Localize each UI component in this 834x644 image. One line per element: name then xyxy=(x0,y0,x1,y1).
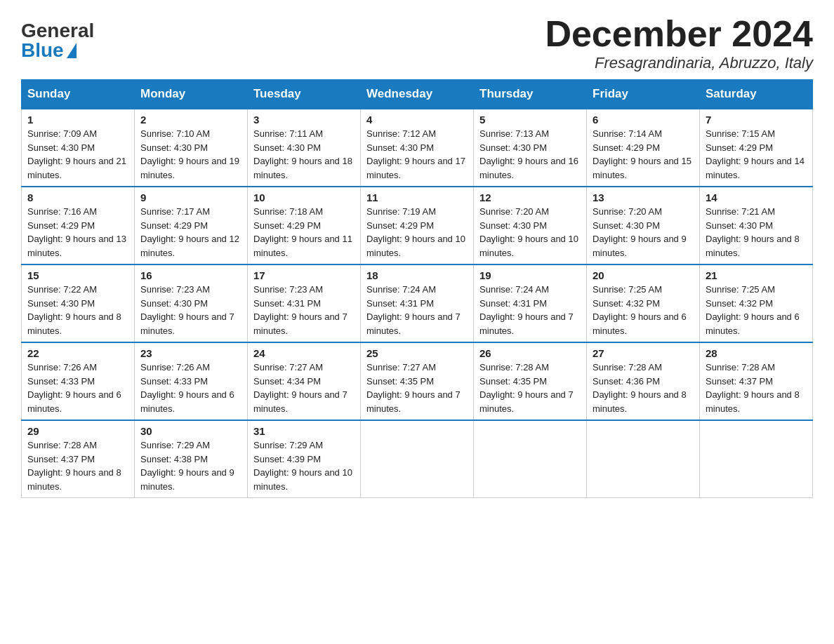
page-header: General Blue December 2024 Fresagrandina… xyxy=(21,14,813,72)
day-info: Sunrise: 7:28 AMSunset: 4:36 PMDaylight:… xyxy=(593,362,687,414)
day-number: 27 xyxy=(593,347,694,359)
day-info: Sunrise: 7:17 AMSunset: 4:29 PMDaylight:… xyxy=(140,206,239,258)
day-number: 30 xyxy=(140,425,241,437)
calendar-cell: 26 Sunrise: 7:28 AMSunset: 4:35 PMDaylig… xyxy=(474,342,587,420)
calendar-cell: 2 Sunrise: 7:10 AMSunset: 4:30 PMDayligh… xyxy=(135,109,248,187)
day-info: Sunrise: 7:29 AMSunset: 4:38 PMDaylight:… xyxy=(140,440,234,492)
calendar-cell: 17 Sunrise: 7:23 AMSunset: 4:31 PMDaylig… xyxy=(248,264,361,342)
calendar-cell xyxy=(700,420,813,498)
day-info: Sunrise: 7:12 AMSunset: 4:30 PMDaylight:… xyxy=(366,128,465,180)
day-info: Sunrise: 7:20 AMSunset: 4:30 PMDaylight:… xyxy=(593,206,687,258)
calendar-cell: 31 Sunrise: 7:29 AMSunset: 4:39 PMDaylig… xyxy=(248,420,361,498)
weekday-header-thursday: Thursday xyxy=(474,80,587,109)
day-number: 26 xyxy=(479,347,581,359)
calendar-cell: 15 Sunrise: 7:22 AMSunset: 4:30 PMDaylig… xyxy=(22,264,135,342)
calendar-cell: 4 Sunrise: 7:12 AMSunset: 4:30 PMDayligh… xyxy=(361,109,474,187)
day-info: Sunrise: 7:26 AMSunset: 4:33 PMDaylight:… xyxy=(140,362,234,414)
calendar-cell: 25 Sunrise: 7:27 AMSunset: 4:35 PMDaylig… xyxy=(361,342,474,420)
calendar-cell: 23 Sunrise: 7:26 AMSunset: 4:33 PMDaylig… xyxy=(135,342,248,420)
calendar-cell: 29 Sunrise: 7:28 AMSunset: 4:37 PMDaylig… xyxy=(22,420,135,498)
calendar-cell: 27 Sunrise: 7:28 AMSunset: 4:36 PMDaylig… xyxy=(587,342,700,420)
day-info: Sunrise: 7:24 AMSunset: 4:31 PMDaylight:… xyxy=(366,284,461,336)
day-info: Sunrise: 7:23 AMSunset: 4:30 PMDaylight:… xyxy=(140,284,234,336)
calendar-week-1: 1 Sunrise: 7:09 AMSunset: 4:30 PMDayligh… xyxy=(22,109,813,187)
calendar-week-4: 22 Sunrise: 7:26 AMSunset: 4:33 PMDaylig… xyxy=(22,342,813,420)
title-block: December 2024 Fresagrandinaria, Abruzzo,… xyxy=(545,14,813,72)
day-number: 12 xyxy=(479,192,581,203)
day-number: 17 xyxy=(253,269,355,281)
weekday-header-tuesday: Tuesday xyxy=(248,80,361,109)
day-number: 15 xyxy=(27,269,128,281)
day-number: 24 xyxy=(253,347,355,359)
location-label: Fresagrandinaria, Abruzzo, Italy xyxy=(545,54,813,72)
calendar-cell: 16 Sunrise: 7:23 AMSunset: 4:30 PMDaylig… xyxy=(135,264,248,342)
calendar-cell: 6 Sunrise: 7:14 AMSunset: 4:29 PMDayligh… xyxy=(587,109,700,187)
day-number: 14 xyxy=(706,192,807,203)
calendar-cell: 5 Sunrise: 7:13 AMSunset: 4:30 PMDayligh… xyxy=(474,109,587,187)
calendar-cell: 9 Sunrise: 7:17 AMSunset: 4:29 PMDayligh… xyxy=(135,187,248,264)
logo-triangle-icon xyxy=(67,43,77,58)
day-info: Sunrise: 7:27 AMSunset: 4:35 PMDaylight:… xyxy=(366,362,461,414)
day-number: 29 xyxy=(27,425,128,437)
day-info: Sunrise: 7:28 AMSunset: 4:35 PMDaylight:… xyxy=(479,362,574,414)
day-info: Sunrise: 7:11 AMSunset: 4:30 PMDaylight:… xyxy=(253,128,352,180)
weekday-header-sunday: Sunday xyxy=(22,80,135,109)
logo-general-text: General xyxy=(21,21,94,41)
day-info: Sunrise: 7:18 AMSunset: 4:29 PMDaylight:… xyxy=(253,206,352,258)
calendar-cell: 14 Sunrise: 7:21 AMSunset: 4:30 PMDaylig… xyxy=(700,187,813,264)
calendar-cell xyxy=(361,420,474,498)
day-info: Sunrise: 7:23 AMSunset: 4:31 PMDaylight:… xyxy=(253,284,348,336)
day-number: 20 xyxy=(593,269,694,281)
day-info: Sunrise: 7:09 AMSunset: 4:30 PMDaylight:… xyxy=(27,128,126,180)
weekday-header-monday: Monday xyxy=(135,80,248,109)
calendar-cell: 19 Sunrise: 7:24 AMSunset: 4:31 PMDaylig… xyxy=(474,264,587,342)
calendar-cell: 28 Sunrise: 7:28 AMSunset: 4:37 PMDaylig… xyxy=(700,342,813,420)
day-number: 3 xyxy=(253,114,355,126)
day-info: Sunrise: 7:26 AMSunset: 4:33 PMDaylight:… xyxy=(27,362,121,414)
day-number: 8 xyxy=(27,192,128,203)
calendar-cell: 22 Sunrise: 7:26 AMSunset: 4:33 PMDaylig… xyxy=(22,342,135,420)
day-number: 28 xyxy=(706,347,807,359)
day-info: Sunrise: 7:25 AMSunset: 4:32 PMDaylight:… xyxy=(593,284,687,336)
calendar-table: SundayMondayTuesdayWednesdayThursdayFrid… xyxy=(21,79,813,498)
day-number: 22 xyxy=(27,347,128,359)
day-info: Sunrise: 7:22 AMSunset: 4:30 PMDaylight:… xyxy=(27,284,121,336)
weekday-header-saturday: Saturday xyxy=(700,80,813,109)
day-number: 1 xyxy=(27,114,128,126)
calendar-cell: 21 Sunrise: 7:25 AMSunset: 4:32 PMDaylig… xyxy=(700,264,813,342)
day-info: Sunrise: 7:24 AMSunset: 4:31 PMDaylight:… xyxy=(479,284,574,336)
calendar-cell: 7 Sunrise: 7:15 AMSunset: 4:29 PMDayligh… xyxy=(700,109,813,187)
calendar-cell xyxy=(474,420,587,498)
calendar-cell: 13 Sunrise: 7:20 AMSunset: 4:30 PMDaylig… xyxy=(587,187,700,264)
day-number: 16 xyxy=(140,269,241,281)
calendar-week-2: 8 Sunrise: 7:16 AMSunset: 4:29 PMDayligh… xyxy=(22,187,813,264)
day-info: Sunrise: 7:10 AMSunset: 4:30 PMDaylight:… xyxy=(140,128,239,180)
day-number: 4 xyxy=(366,114,468,126)
weekday-row: SundayMondayTuesdayWednesdayThursdayFrid… xyxy=(22,80,813,109)
day-number: 5 xyxy=(479,114,581,126)
day-info: Sunrise: 7:25 AMSunset: 4:32 PMDaylight:… xyxy=(706,284,800,336)
day-number: 21 xyxy=(706,269,807,281)
calendar-cell: 3 Sunrise: 7:11 AMSunset: 4:30 PMDayligh… xyxy=(248,109,361,187)
day-number: 19 xyxy=(479,269,581,281)
calendar-cell: 30 Sunrise: 7:29 AMSunset: 4:38 PMDaylig… xyxy=(135,420,248,498)
day-number: 25 xyxy=(366,347,468,359)
day-info: Sunrise: 7:21 AMSunset: 4:30 PMDaylight:… xyxy=(706,206,800,258)
day-info: Sunrise: 7:27 AMSunset: 4:34 PMDaylight:… xyxy=(253,362,348,414)
calendar-cell: 12 Sunrise: 7:20 AMSunset: 4:30 PMDaylig… xyxy=(474,187,587,264)
month-title: December 2024 xyxy=(545,14,813,54)
day-number: 31 xyxy=(253,425,355,437)
day-number: 13 xyxy=(593,192,694,203)
calendar-cell xyxy=(587,420,700,498)
day-info: Sunrise: 7:28 AMSunset: 4:37 PMDaylight:… xyxy=(706,362,800,414)
day-number: 11 xyxy=(366,192,468,203)
day-info: Sunrise: 7:28 AMSunset: 4:37 PMDaylight:… xyxy=(27,440,121,492)
day-info: Sunrise: 7:13 AMSunset: 4:30 PMDaylight:… xyxy=(479,128,578,180)
calendar-cell: 24 Sunrise: 7:27 AMSunset: 4:34 PMDaylig… xyxy=(248,342,361,420)
day-info: Sunrise: 7:15 AMSunset: 4:29 PMDaylight:… xyxy=(706,128,805,180)
calendar-week-3: 15 Sunrise: 7:22 AMSunset: 4:30 PMDaylig… xyxy=(22,264,813,342)
calendar-cell: 20 Sunrise: 7:25 AMSunset: 4:32 PMDaylig… xyxy=(587,264,700,342)
calendar-cell: 11 Sunrise: 7:19 AMSunset: 4:29 PMDaylig… xyxy=(361,187,474,264)
weekday-header-friday: Friday xyxy=(587,80,700,109)
day-number: 10 xyxy=(253,192,355,203)
